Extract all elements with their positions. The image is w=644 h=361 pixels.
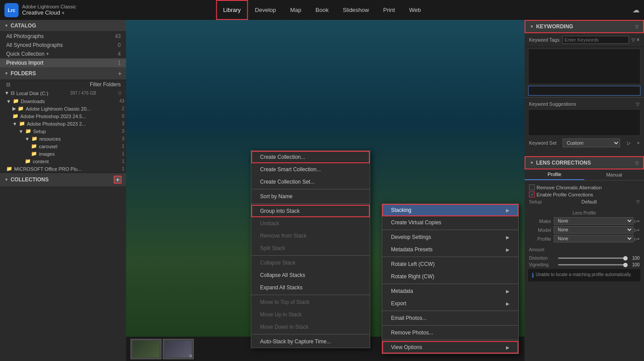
catalog-all-photos[interactable]: All Photographs 43: [0, 32, 126, 41]
keyword-tags-label: Keyword Tags: [529, 37, 560, 42]
lens-profile-title: Lens Profile: [529, 211, 640, 215]
folder-photoshop-2023-2[interactable]: ▼ 📁 Adobe Photoshop 2023 2... 3: [0, 120, 126, 127]
model-select[interactable]: None: [554, 226, 633, 234]
vignetting-track[interactable]: [558, 264, 626, 265]
lens-tab-manual[interactable]: Manual: [584, 169, 644, 180]
catalog-previous-import[interactable]: Previous Import 1: [0, 58, 126, 67]
tab-print[interactable]: Print: [376, 0, 402, 20]
model-label: Model: [529, 227, 551, 233]
submenu-view-options[interactable]: View Options ▶: [382, 341, 518, 353]
folder-photoshop-2023-1[interactable]: 📁 Adobe Photoshop 2023 24.5... 0: [0, 112, 126, 120]
lens-tabs: Profile Manual: [525, 169, 644, 180]
metadata-arrow: ▶: [506, 289, 510, 294]
cloud-icon[interactable]: ☁: [632, 6, 640, 14]
keyword-set-btn2[interactable]: ×: [637, 141, 640, 146]
submenu-create-virtual[interactable]: Create Virtual Copies: [382, 216, 518, 229]
distortion-track[interactable]: [558, 257, 626, 259]
filmstrip-thumb-1[interactable]: [130, 339, 161, 359]
menu-auto-stack[interactable]: Auto-Stack by Capture Time...: [251, 335, 370, 348]
folder-images[interactable]: 📁 images 1: [0, 150, 126, 157]
profile-close: ×: [637, 237, 640, 241]
lens-panel-arrow: ▽: [635, 161, 639, 165]
app-title-sub: Creative Cloud ▾: [22, 9, 76, 16]
app-title-main: Adobe Lightroom Classic: [22, 4, 76, 9]
menu-group-into-stack[interactable]: Group into Stack: [251, 205, 370, 217]
submenu-remove-photos[interactable]: Remove Photos...: [382, 326, 518, 339]
lens-corrections-header[interactable]: ▼ Lens Corrections ▽: [525, 156, 644, 169]
menu-remove-from-stack: Remove from Stack: [251, 230, 370, 242]
folder-downloads[interactable]: ▼ 📁 Downloads 43: [0, 97, 126, 105]
remove-chromatic-checkbox[interactable]: [529, 184, 535, 190]
distortion-thumb[interactable]: [623, 256, 628, 261]
export-arrow: ▶: [506, 301, 510, 306]
menu-sep-4: [251, 295, 370, 295]
make-select[interactable]: None: [554, 217, 633, 225]
filter-folders[interactable]: ⊡ Filter Folders: [0, 80, 126, 89]
folder-setup[interactable]: ▼ 📁 Setup 3: [0, 127, 126, 135]
disk-info: 397 / 476 GB: [70, 91, 96, 96]
metadata-presets-arrow: ▶: [506, 247, 510, 252]
folder-lightroom[interactable]: ▶ 📁 Adobe Lightroom Classic 20... 2: [0, 105, 126, 112]
keyword-input-btn[interactable]: ▽: [632, 38, 635, 42]
keywording-title: ▼ Keywording: [530, 23, 573, 30]
keyword-close-btn[interactable]: ×: [636, 37, 640, 43]
submenu-rotate-right[interactable]: Rotate Right (CW): [382, 270, 518, 283]
folder-carousel[interactable]: 📁 carousel 1: [0, 142, 126, 150]
folders-title: ▼ Folders: [4, 70, 36, 77]
keywording-arrow: ▼: [530, 24, 534, 29]
folders-section-header[interactable]: ▼ Folders +: [0, 67, 126, 80]
filmstrip-thumb-2[interactable]: ⊞: [163, 339, 194, 359]
submenu-metadata[interactable]: Metadata ▶: [382, 285, 518, 297]
menu-split-stack: Split Stack: [251, 242, 370, 254]
menu-sort-by-name[interactable]: Sort by Name: [251, 190, 370, 203]
collections-header[interactable]: ▼ Collections +: [0, 173, 126, 186]
suggestions-arrow: ▽: [636, 102, 640, 107]
keyword-tags-input[interactable]: [562, 36, 629, 44]
menu-create-collection-set[interactable]: Create Collection Set...: [251, 176, 370, 188]
collections-title: ▼ Collections: [4, 177, 49, 183]
submenu-email-photos[interactable]: Email Photos...: [382, 312, 518, 324]
model-arrow: ▷: [634, 228, 637, 232]
tab-map[interactable]: Map: [283, 0, 308, 20]
folder-resources[interactable]: ▼ 📁 resources 3: [0, 135, 126, 142]
enable-profile-row: ✓ Enable Profile Corrections: [529, 192, 640, 197]
submenu-export[interactable]: Export ▶: [382, 297, 518, 310]
menu-create-smart-collection[interactable]: Create Smart Collection...: [251, 163, 370, 176]
keywording-header[interactable]: ▼ Keywording ▽: [525, 20, 644, 33]
suggestions-area: [528, 109, 640, 136]
folder-content[interactable]: 📁 content 1: [0, 157, 126, 165]
tab-web[interactable]: Web: [402, 0, 428, 20]
folder-microsoft[interactable]: 📁 MICROSOFT Office PRO Plu... 1: [0, 165, 126, 173]
catalog-quick-collection[interactable]: Quick Collection + 4: [0, 50, 126, 58]
enable-profile-checkbox[interactable]: ✓: [529, 192, 535, 197]
keyword-input-bar[interactable]: [528, 86, 640, 96]
vignetting-thumb[interactable]: [623, 263, 628, 267]
lens-title: ▼ Lens Corrections: [530, 160, 591, 166]
lens-tab-profile[interactable]: Profile: [525, 169, 584, 180]
center-area: Create Collection... Create Smart Collec…: [126, 20, 525, 361]
catalog-section-header[interactable]: ▼ Catalog: [0, 20, 126, 32]
tab-develop[interactable]: Develop: [248, 0, 283, 20]
keyword-set-btn1[interactable]: ▷: [627, 141, 631, 146]
submenu-metadata-presets[interactable]: Metadata Presets ▶: [382, 243, 518, 256]
collections-add-button[interactable]: +: [114, 176, 122, 184]
tab-book[interactable]: Book: [308, 0, 336, 20]
thumb-image-1: [133, 341, 159, 357]
folders-add[interactable]: +: [118, 70, 122, 77]
tab-slideshow[interactable]: Slideshow: [336, 0, 376, 20]
catalog-synced-photos[interactable]: All Synced Photographs 0: [0, 41, 126, 50]
folder-arrow-icon: ▶: [12, 106, 16, 111]
menu-collapse-all-stacks[interactable]: Collapse All Stacks: [251, 269, 370, 281]
model-row: Model None ▷ ×: [529, 226, 640, 234]
profile-select[interactable]: None: [554, 235, 633, 242]
disk-header[interactable]: ▼ ⊟ Local Disk (C:) 397 / 476 GB ▽: [0, 89, 126, 97]
submenu-develop-settings[interactable]: Develop Settings ▶: [382, 231, 518, 243]
menu-expand-all-stacks[interactable]: Expand All Stacks: [251, 281, 370, 294]
filter-icon: ⊡: [6, 82, 10, 88]
lens-content: Remove Chromatic Aberration ✓ Enable Pro…: [525, 180, 644, 209]
menu-create-collection[interactable]: Create Collection...: [251, 151, 370, 163]
tab-library[interactable]: Library: [216, 0, 248, 20]
setup-row: Setup Default ▽: [529, 199, 640, 204]
submenu-rotate-left[interactable]: Rotate Left (CCW): [382, 258, 518, 270]
keyword-set-select[interactable]: Custom: [563, 138, 620, 147]
